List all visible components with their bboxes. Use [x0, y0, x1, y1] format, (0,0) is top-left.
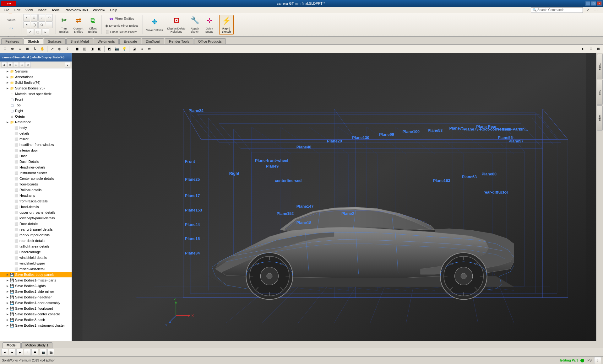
search-box[interactable]: 🔍: [531, 7, 583, 13]
expand-sensors[interactable]: ▶: [6, 69, 9, 73]
expand-headlamp[interactable]: [10, 194, 14, 197]
tree-item-lower-qrtr[interactable]: ⬜lower-qrtr-panel-details: [0, 215, 72, 221]
expand-rollbar-details[interactable]: [10, 188, 14, 192]
bottom-btn-5[interactable]: ⏹: [31, 349, 38, 356]
tree-item-save-headliner[interactable]: ▶💾Save Bodies2-headliner: [0, 294, 72, 300]
offset-entities-button[interactable]: ⧉ OffsetEntities: [86, 15, 100, 35]
tree-item-save-floorboard[interactable]: ▶💾Save Bodies1-floorboard: [0, 306, 72, 311]
tree-item-front-fascia[interactable]: ⬜front-fascia-details: [0, 198, 72, 204]
expand-details[interactable]: [10, 131, 14, 135]
expand-save-headliner[interactable]: ▶: [6, 295, 9, 299]
tab-sketch[interactable]: Sketch: [24, 38, 43, 44]
menu-file[interactable]: File: [1, 8, 12, 13]
tree-item-save-center[interactable]: ▶💾Save Bodies2-center console: [0, 311, 72, 317]
expand-center-console[interactable]: [10, 177, 14, 180]
menu-window[interactable]: Window: [90, 8, 107, 13]
line-tool[interactable]: ╱: [23, 14, 30, 21]
normal-to-btn[interactable]: ↗: [49, 46, 56, 52]
tree-item-body[interactable]: ⬜body: [0, 125, 72, 131]
tree-item-surface-bodies[interactable]: ▶📁Surface Bodies(73): [0, 85, 72, 91]
expand-save-instrument[interactable]: ▶: [6, 324, 9, 327]
expand-rear-deck[interactable]: [10, 239, 14, 243]
right-panel-btn-3[interactable]: Apps: [597, 105, 603, 131]
expand-taillight[interactable]: [10, 244, 14, 248]
menu-insert[interactable]: Insert: [35, 8, 49, 13]
feature-tree-content[interactable]: ▶📁Sensors▶📁Annotations▶📁Solid Bodies(76)…: [0, 68, 72, 341]
expand-undercarriage[interactable]: [10, 250, 14, 254]
menu-help[interactable]: Help: [108, 8, 120, 13]
expand-rear-qrtr[interactable]: [10, 228, 14, 231]
tree-item-rollbar-details[interactable]: ⬜Rollbar-details: [0, 187, 72, 193]
expand-body[interactable]: [10, 126, 14, 130]
tree-item-undercarriage[interactable]: ⬜undercarriage: [0, 249, 72, 255]
menu-tools[interactable]: Tools: [49, 8, 62, 13]
menu-view[interactable]: View: [23, 8, 35, 13]
tree-item-headlamp[interactable]: ⬜Headlamp: [0, 193, 72, 198]
shaded-btn[interactable]: ◨: [89, 46, 95, 52]
tree-item-upper-qrtr[interactable]: ⬜upper-qrtr-panel-details: [0, 210, 72, 215]
expand-save-dash[interactable]: ▶: [6, 318, 9, 322]
tree-item-taillight[interactable]: ⬜taillight-area-details: [0, 244, 72, 249]
hidden-lines-btn[interactable]: ◫: [81, 46, 88, 52]
expand-instrument-cluster[interactable]: [10, 171, 14, 175]
wireframe-btn[interactable]: ▣: [73, 46, 80, 52]
tree-item-save-instrument[interactable]: ▶💾Save Bodies1-instrument cluster: [0, 323, 72, 328]
tree-item-details[interactable]: ⬜details: [0, 131, 72, 136]
standard-views-btn[interactable]: ◎: [56, 46, 63, 52]
tree-item-top[interactable]: ◫Top: [0, 102, 72, 108]
expand-front-fascia[interactable]: [10, 199, 14, 203]
expand-dash[interactable]: [10, 154, 14, 158]
tree-item-windshield-wiper[interactable]: ⬜windshield-wiper: [0, 260, 72, 266]
ellipse-tool[interactable]: ◯: [31, 21, 38, 28]
bottom-btn-7[interactable]: 🎬: [47, 349, 54, 356]
viewport[interactable]: Plane24 Front Plane25 Plane17 Plane153 P…: [72, 53, 596, 341]
tree-item-hood-details[interactable]: ⬜Hood-details: [0, 204, 72, 210]
tree-item-center-console[interactable]: ⬜Center-console-details: [0, 176, 72, 181]
minimize-btn[interactable]: _: [585, 1, 590, 6]
bottom-btn-2[interactable]: ►: [9, 349, 16, 356]
display-delete-button[interactable]: ⊡ Display/DeleteRelations: [166, 15, 187, 35]
section-view-btn[interactable]: ◩: [106, 46, 113, 52]
tree-item-dash[interactable]: ⬜Dash: [0, 153, 72, 159]
rotate-btn[interactable]: ↻: [31, 46, 38, 52]
menu-photoview[interactable]: PhotoView 360: [62, 8, 90, 13]
window-controls[interactable]: _ □ ×: [585, 1, 602, 6]
tree-item-headliner-details[interactable]: ⬜Headliner-details: [0, 164, 72, 170]
tree-item-floor-boards[interactable]: ⬜floor-boards: [0, 181, 72, 187]
tree-item-save-lights[interactable]: ▶💾Save Bodies2-lights: [0, 283, 72, 289]
bottom-btn-4[interactable]: ⏸: [24, 349, 31, 356]
tree-item-save-door[interactable]: ▶💾Save Bodies1-door-assembly: [0, 300, 72, 306]
expand-dash-details[interactable]: [10, 160, 14, 163]
tree-item-rear-qrtr[interactable]: ⬜rear-qrtr-panel-details: [0, 227, 72, 232]
expand-hood-details[interactable]: [10, 205, 14, 209]
split-horiz-btn[interactable]: ⊟: [587, 46, 594, 52]
zoom-area-btn[interactable]: ⊞: [24, 46, 31, 52]
tree-item-door-details[interactable]: ⬜Door-details: [0, 221, 72, 227]
options-icon[interactable]: ⋯: [592, 7, 599, 13]
trim-entities-button[interactable]: ✂ TrimEntities: [57, 15, 71, 35]
expand-origin[interactable]: [6, 115, 9, 118]
tree-item-sensors[interactable]: ▶📁Sensors: [0, 68, 72, 74]
tree-item-save-dash[interactable]: ▶💾Save Bodies3-dash: [0, 317, 72, 323]
expand-mirror[interactable]: [10, 137, 14, 141]
sketch-button[interactable]: ✏ Sketch: [4, 13, 18, 23]
tab-motion-study[interactable]: Motion Study 1: [21, 342, 52, 348]
bottom-btn-6[interactable]: 📷: [40, 349, 47, 356]
right-panel-btn-1[interactable]: Tasks: [597, 54, 603, 79]
tree-item-miscel-last[interactable]: ⬜miscel-last-detail: [0, 266, 72, 272]
tab-dimxpert[interactable]: DimXpert: [142, 38, 164, 44]
expand-reference[interactable]: ▶: [6, 120, 9, 124]
expand-save-center[interactable]: ▶: [6, 312, 9, 316]
tree-item-origin[interactable]: ⊕Origin: [0, 114, 72, 119]
expand-surface-bodies[interactable]: ▶: [6, 86, 9, 90]
mirror-entities-button[interactable]: ⇔ Mirror Entities: [108, 15, 135, 22]
menu-edit[interactable]: Edit: [12, 8, 23, 13]
zoom-out-btn[interactable]: ⊖: [16, 46, 23, 52]
expand-rear-bumper[interactable]: [10, 233, 14, 237]
tree-item-save-body-panels[interactable]: ▶💾Save Bodies-body-panels: [0, 272, 72, 277]
close-btn[interactable]: ×: [597, 1, 602, 6]
display-origin-btn[interactable]: ⊗: [146, 46, 153, 52]
expand-upper-qrtr[interactable]: [10, 211, 14, 214]
bottom-btn-1[interactable]: ◄: [1, 349, 8, 356]
lights-btn[interactable]: 💡: [121, 46, 128, 52]
